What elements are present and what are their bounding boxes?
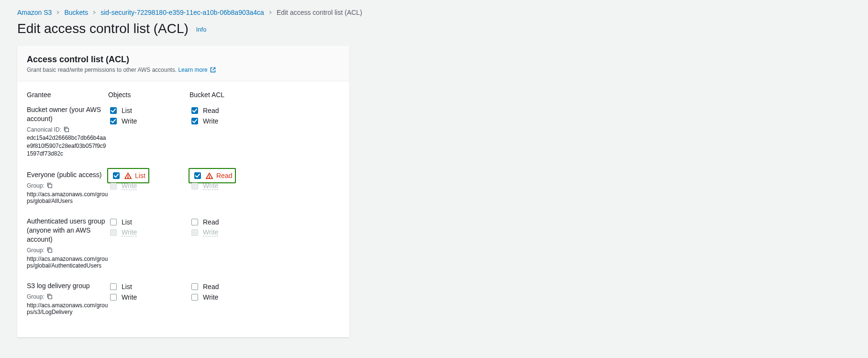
info-link[interactable]: Info	[196, 26, 207, 33]
chevron-right-icon	[268, 10, 273, 15]
grantee-logdelivery-sub: Group: http://acs.amazonaws.com/groups/s…	[27, 293, 108, 315]
chevron-right-icon	[56, 10, 60, 15]
breadcrumb: Amazon S3 Buckets sid-security-72298180-…	[17, 9, 851, 16]
logdelivery-acl-read-checkbox[interactable]	[191, 283, 198, 290]
copy-icon[interactable]	[46, 182, 53, 189]
breadcrumb-current: Edit access control list (ACL)	[277, 9, 362, 16]
authenticated-acl-read-label: Read	[203, 218, 219, 226]
learn-more-link[interactable]: Learn more	[178, 67, 216, 73]
everyone-acl-read-checkbox[interactable]	[194, 172, 201, 179]
breadcrumb-buckets[interactable]: Buckets	[64, 9, 88, 16]
everyone-acl-perms: Read Write	[189, 170, 271, 217]
logdelivery-objects-perms: List Write	[108, 281, 189, 328]
logdelivery-objects-write-checkbox[interactable]	[110, 294, 117, 301]
authenticated-objects-list-checkbox[interactable]	[110, 219, 117, 225]
everyone-objects-list-label: List	[135, 172, 145, 179]
grantee-owner-name: Bucket owner (your AWS account)	[27, 105, 108, 123]
everyone-list-highlight: List	[107, 168, 149, 183]
owner-objects-write-checkbox[interactable]	[110, 118, 117, 124]
page-root: Amazon S3 Buckets sid-security-72298180-…	[0, 0, 868, 346]
authenticated-objects-perms: List Write	[108, 217, 189, 281]
svg-rect-1	[48, 184, 52, 188]
svg-point-2	[128, 177, 128, 178]
panel-description-text: Grant basic read/write permissions to ot…	[27, 67, 177, 73]
everyone-objects-perms: List Write	[108, 170, 189, 217]
group-label: Group:	[27, 293, 45, 300]
everyone-read-highlight: Read	[189, 168, 236, 183]
canonical-id-value: edc15a42d26668bc7db66b4aae9f810f5907c28e…	[27, 134, 108, 158]
everyone-acl-write-label: Write	[203, 182, 218, 190]
svg-rect-0	[65, 128, 68, 132]
warning-icon	[206, 172, 213, 179]
logdelivery-objects-list-label: List	[122, 283, 132, 291]
panel-description: Grant basic read/write permissions to ot…	[27, 67, 340, 73]
everyone-objects-write-label: Write	[122, 182, 137, 190]
grantee-logdelivery: S3 log delivery group Group: http://acs.…	[27, 281, 108, 328]
copy-icon[interactable]	[46, 247, 53, 253]
svg-rect-4	[48, 249, 52, 252]
everyone-objects-write-checkbox	[110, 183, 117, 190]
logdelivery-acl-perms: Read Write	[189, 281, 271, 328]
panel-header: Access control list (ACL) Grant basic re…	[17, 46, 349, 81]
acl-grid: Grantee Objects Bucket ACL Bucket owner …	[27, 91, 340, 328]
breadcrumb-s3[interactable]: Amazon S3	[17, 9, 52, 16]
grantee-authenticated: Authenticated users group (anyone with a…	[27, 217, 108, 281]
everyone-acl-read-label: Read	[216, 172, 232, 179]
authenticated-acl-read-checkbox[interactable]	[191, 219, 198, 225]
authenticated-acl-perms: Read Write	[189, 217, 271, 281]
logdelivery-acl-write-checkbox[interactable]	[191, 294, 198, 301]
panel-title: Access control list (ACL)	[27, 55, 340, 65]
authenticated-objects-write-checkbox	[110, 229, 117, 236]
everyone-acl-write-checkbox	[191, 183, 198, 190]
grantee-authenticated-name: Authenticated users group (anyone with a…	[27, 217, 108, 244]
authenticated-objects-list-label: List	[122, 218, 132, 226]
owner-acl-perms: Read Write	[189, 105, 271, 170]
page-title-text: Edit access control list (ACL)	[17, 21, 189, 36]
authenticated-objects-write-label: Write	[122, 229, 137, 236]
grantee-authenticated-sub: Group: http://acs.amazonaws.com/groups/g…	[27, 247, 108, 269]
col-header-objects: Objects	[108, 91, 189, 105]
authenticated-group-uri: http://acs.amazonaws.com/groups/global/A…	[27, 256, 108, 269]
copy-icon[interactable]	[46, 293, 53, 300]
logdelivery-acl-write-label: Write	[203, 293, 218, 301]
logdelivery-group-uri: http://acs.amazonaws.com/groups/s3/LogDe…	[27, 302, 108, 315]
owner-acl-read-checkbox[interactable]	[191, 107, 198, 114]
grantee-owner: Bucket owner (your AWS account) Canonica…	[27, 105, 108, 170]
breadcrumb-bucket-name[interactable]: sid-security-72298180-e359-11ec-a10b-06b…	[100, 9, 264, 16]
canonical-id-label: Canonical ID:	[27, 126, 61, 133]
logdelivery-acl-read-label: Read	[203, 283, 219, 291]
copy-icon[interactable]	[63, 126, 69, 133]
owner-objects-list-checkbox[interactable]	[110, 107, 117, 114]
grantee-everyone: Everyone (public access) Group: http://a…	[27, 170, 108, 217]
external-link-icon	[210, 67, 216, 73]
owner-acl-read-label: Read	[203, 107, 219, 114]
everyone-group-uri: http://acs.amazonaws.com/groups/global/A…	[27, 191, 108, 204]
grantee-owner-sub: Canonical ID:	[27, 126, 108, 133]
owner-objects-perms: List Write	[108, 105, 189, 170]
authenticated-acl-write-label: Write	[203, 229, 218, 236]
panel-body: Grantee Objects Bucket ACL Bucket owner …	[17, 81, 349, 337]
everyone-objects-list-checkbox[interactable]	[113, 172, 120, 179]
col-header-grantee: Grantee	[27, 91, 108, 105]
warning-icon	[124, 172, 132, 179]
chevron-right-icon	[92, 10, 97, 15]
logdelivery-objects-write-label: Write	[122, 293, 137, 301]
page-title: Edit access control list (ACL) Info	[17, 21, 851, 36]
owner-objects-write-label: Write	[122, 117, 137, 125]
col-header-bucket-acl: Bucket ACL	[189, 91, 271, 105]
acl-panel: Access control list (ACL) Grant basic re…	[17, 46, 349, 337]
owner-acl-write-label: Write	[203, 117, 218, 125]
logdelivery-objects-list-checkbox[interactable]	[110, 283, 117, 290]
owner-acl-write-checkbox[interactable]	[191, 118, 198, 124]
svg-rect-5	[48, 295, 52, 299]
svg-point-3	[209, 177, 210, 178]
authenticated-acl-write-checkbox	[191, 229, 198, 236]
grantee-logdelivery-name: S3 log delivery group	[27, 281, 108, 291]
owner-objects-list-label: List	[122, 107, 132, 114]
group-label: Group:	[27, 247, 45, 254]
group-label: Group:	[27, 182, 45, 189]
grantee-everyone-name: Everyone (public access)	[27, 170, 108, 179]
grantee-everyone-sub: Group: http://acs.amazonaws.com/groups/g…	[27, 182, 108, 204]
